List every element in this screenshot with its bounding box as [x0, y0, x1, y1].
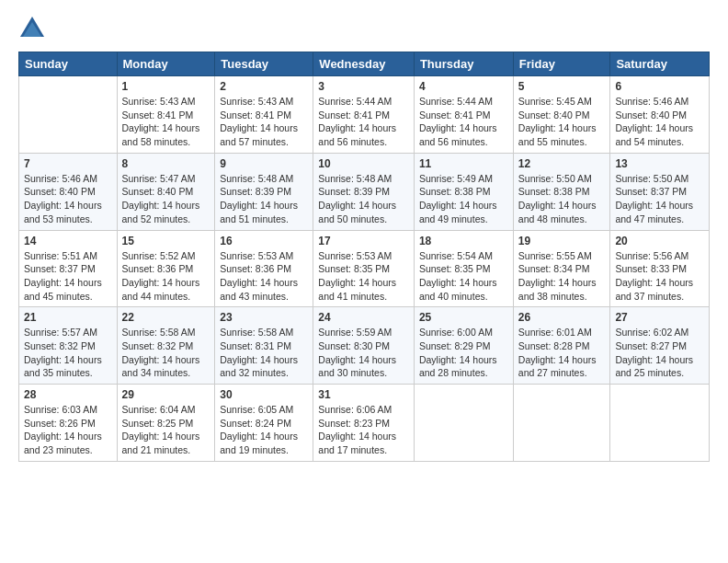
day-info: Sunrise: 6:06 AM Sunset: 8:23 PM Dayligh…: [318, 403, 409, 457]
calendar-header-sunday: Sunday: [19, 52, 118, 76]
day-info: Sunrise: 5:47 AM Sunset: 8:40 PM Dayligh…: [122, 172, 210, 226]
calendar-cell: 9Sunrise: 5:48 AM Sunset: 8:39 PM Daylig…: [215, 153, 313, 230]
calendar-cell: 25Sunrise: 6:00 AM Sunset: 8:29 PM Dayli…: [414, 307, 513, 385]
day-info: Sunrise: 5:50 AM Sunset: 8:38 PM Dayligh…: [518, 172, 606, 226]
day-number: 13: [615, 157, 704, 170]
calendar-cell: 20Sunrise: 5:56 AM Sunset: 8:33 PM Dayli…: [610, 230, 710, 307]
calendar-cell: [414, 385, 513, 462]
calendar-header-wednesday: Wednesday: [313, 52, 415, 76]
day-info: Sunrise: 5:43 AM Sunset: 8:41 PM Dayligh…: [122, 95, 210, 149]
calendar-header-monday: Monday: [117, 52, 215, 76]
day-number: 11: [419, 157, 508, 170]
calendar-cell: 21Sunrise: 5:57 AM Sunset: 8:32 PM Dayli…: [19, 307, 118, 385]
calendar-header-saturday: Saturday: [610, 52, 710, 76]
calendar-header-row: SundayMondayTuesdayWednesdayThursdayFrid…: [19, 52, 710, 76]
calendar-cell: 29Sunrise: 6:04 AM Sunset: 8:25 PM Dayli…: [117, 385, 215, 462]
calendar-week-row: 28Sunrise: 6:03 AM Sunset: 8:26 PM Dayli…: [19, 385, 710, 462]
day-info: Sunrise: 5:48 AM Sunset: 8:39 PM Dayligh…: [220, 172, 308, 226]
calendar-cell: 6Sunrise: 5:46 AM Sunset: 8:40 PM Daylig…: [610, 76, 710, 154]
calendar-cell: 15Sunrise: 5:52 AM Sunset: 8:36 PM Dayli…: [117, 230, 215, 307]
day-number: 21: [24, 311, 112, 324]
calendar-header-thursday: Thursday: [414, 52, 513, 76]
calendar-cell: 7Sunrise: 5:46 AM Sunset: 8:40 PM Daylig…: [19, 153, 118, 230]
calendar-cell: 12Sunrise: 5:50 AM Sunset: 8:38 PM Dayli…: [513, 153, 610, 230]
logo: [18, 15, 50, 42]
day-number: 27: [615, 311, 704, 324]
day-number: 10: [318, 157, 409, 170]
day-number: 5: [518, 80, 606, 93]
calendar-cell: 26Sunrise: 6:01 AM Sunset: 8:28 PM Dayli…: [513, 307, 610, 385]
day-info: Sunrise: 5:58 AM Sunset: 8:31 PM Dayligh…: [220, 326, 308, 380]
day-info: Sunrise: 5:44 AM Sunset: 8:41 PM Dayligh…: [318, 95, 409, 149]
day-number: 12: [518, 157, 606, 170]
day-info: Sunrise: 5:57 AM Sunset: 8:32 PM Dayligh…: [24, 326, 112, 380]
day-number: 8: [122, 157, 210, 170]
calendar-cell: 19Sunrise: 5:55 AM Sunset: 8:34 PM Dayli…: [513, 230, 610, 307]
calendar-cell: 4Sunrise: 5:44 AM Sunset: 8:41 PM Daylig…: [414, 76, 513, 154]
calendar-cell: 17Sunrise: 5:53 AM Sunset: 8:35 PM Dayli…: [313, 230, 415, 307]
day-number: 15: [122, 235, 210, 247]
day-number: 25: [419, 311, 508, 324]
calendar-cell: 1Sunrise: 5:43 AM Sunset: 8:41 PM Daylig…: [117, 76, 215, 154]
calendar-cell: 28Sunrise: 6:03 AM Sunset: 8:26 PM Dayli…: [19, 385, 118, 462]
day-info: Sunrise: 5:43 AM Sunset: 8:41 PM Dayligh…: [220, 95, 308, 149]
day-info: Sunrise: 5:51 AM Sunset: 8:37 PM Dayligh…: [24, 249, 112, 304]
day-number: 26: [518, 311, 606, 324]
day-number: 28: [24, 388, 112, 401]
day-number: 23: [220, 311, 308, 324]
calendar-cell: [610, 385, 710, 462]
day-number: 6: [615, 80, 704, 93]
day-info: Sunrise: 5:53 AM Sunset: 8:35 PM Dayligh…: [318, 249, 409, 304]
day-number: 16: [220, 235, 308, 247]
calendar-cell: 18Sunrise: 5:54 AM Sunset: 8:35 PM Dayli…: [414, 230, 513, 307]
day-number: 19: [518, 235, 606, 247]
calendar-week-row: 21Sunrise: 5:57 AM Sunset: 8:32 PM Dayli…: [19, 307, 710, 385]
day-number: 20: [615, 235, 704, 247]
day-info: Sunrise: 5:49 AM Sunset: 8:38 PM Dayligh…: [419, 172, 508, 226]
calendar-cell: 27Sunrise: 6:02 AM Sunset: 8:27 PM Dayli…: [610, 307, 710, 385]
day-info: Sunrise: 6:00 AM Sunset: 8:29 PM Dayligh…: [419, 326, 508, 380]
day-number: 4: [419, 80, 508, 93]
day-number: 30: [220, 388, 308, 401]
day-number: 2: [220, 80, 308, 93]
calendar-cell: [19, 76, 118, 154]
day-info: Sunrise: 5:54 AM Sunset: 8:35 PM Dayligh…: [419, 249, 508, 304]
day-info: Sunrise: 6:01 AM Sunset: 8:28 PM Dayligh…: [518, 326, 606, 380]
calendar-cell: 22Sunrise: 5:58 AM Sunset: 8:32 PM Dayli…: [117, 307, 215, 385]
day-info: Sunrise: 5:55 AM Sunset: 8:34 PM Dayligh…: [518, 249, 606, 304]
calendar-cell: 2Sunrise: 5:43 AM Sunset: 8:41 PM Daylig…: [215, 76, 313, 154]
day-info: Sunrise: 5:59 AM Sunset: 8:30 PM Dayligh…: [318, 326, 409, 380]
day-info: Sunrise: 5:46 AM Sunset: 8:40 PM Dayligh…: [24, 172, 112, 226]
day-number: 29: [122, 388, 210, 401]
day-number: 7: [24, 157, 112, 170]
day-info: Sunrise: 5:45 AM Sunset: 8:40 PM Dayligh…: [518, 95, 606, 149]
calendar-cell: 24Sunrise: 5:59 AM Sunset: 8:30 PM Dayli…: [313, 307, 415, 385]
day-number: 18: [419, 235, 508, 247]
day-info: Sunrise: 6:04 AM Sunset: 8:25 PM Dayligh…: [122, 403, 210, 457]
day-info: Sunrise: 5:58 AM Sunset: 8:32 PM Dayligh…: [122, 326, 210, 380]
day-info: Sunrise: 6:05 AM Sunset: 8:24 PM Dayligh…: [220, 403, 308, 457]
page: SundayMondayTuesdayWednesdayThursdayFrid…: [0, 0, 728, 563]
calendar-week-row: 14Sunrise: 5:51 AM Sunset: 8:37 PM Dayli…: [19, 230, 710, 307]
day-info: Sunrise: 5:44 AM Sunset: 8:41 PM Dayligh…: [419, 95, 508, 149]
logo-icon: [18, 15, 46, 42]
calendar-week-row: 1Sunrise: 5:43 AM Sunset: 8:41 PM Daylig…: [19, 76, 710, 154]
day-info: Sunrise: 5:48 AM Sunset: 8:39 PM Dayligh…: [318, 172, 409, 226]
calendar-table: SundayMondayTuesdayWednesdayThursdayFrid…: [18, 52, 710, 462]
day-number: 9: [220, 157, 308, 170]
day-info: Sunrise: 5:53 AM Sunset: 8:36 PM Dayligh…: [220, 249, 308, 304]
calendar-cell: 23Sunrise: 5:58 AM Sunset: 8:31 PM Dayli…: [215, 307, 313, 385]
calendar-cell: 8Sunrise: 5:47 AM Sunset: 8:40 PM Daylig…: [117, 153, 215, 230]
day-number: 22: [122, 311, 210, 324]
calendar-cell: 30Sunrise: 6:05 AM Sunset: 8:24 PM Dayli…: [215, 385, 313, 462]
header: [18, 15, 710, 42]
calendar-cell: 14Sunrise: 5:51 AM Sunset: 8:37 PM Dayli…: [19, 230, 118, 307]
day-info: Sunrise: 5:50 AM Sunset: 8:37 PM Dayligh…: [615, 172, 704, 226]
calendar-cell: 13Sunrise: 5:50 AM Sunset: 8:37 PM Dayli…: [610, 153, 710, 230]
day-info: Sunrise: 6:02 AM Sunset: 8:27 PM Dayligh…: [615, 326, 704, 380]
calendar-cell: 11Sunrise: 5:49 AM Sunset: 8:38 PM Dayli…: [414, 153, 513, 230]
day-info: Sunrise: 5:46 AM Sunset: 8:40 PM Dayligh…: [615, 95, 704, 149]
calendar-header-friday: Friday: [513, 52, 610, 76]
day-number: 24: [318, 311, 409, 324]
calendar-cell: [513, 385, 610, 462]
